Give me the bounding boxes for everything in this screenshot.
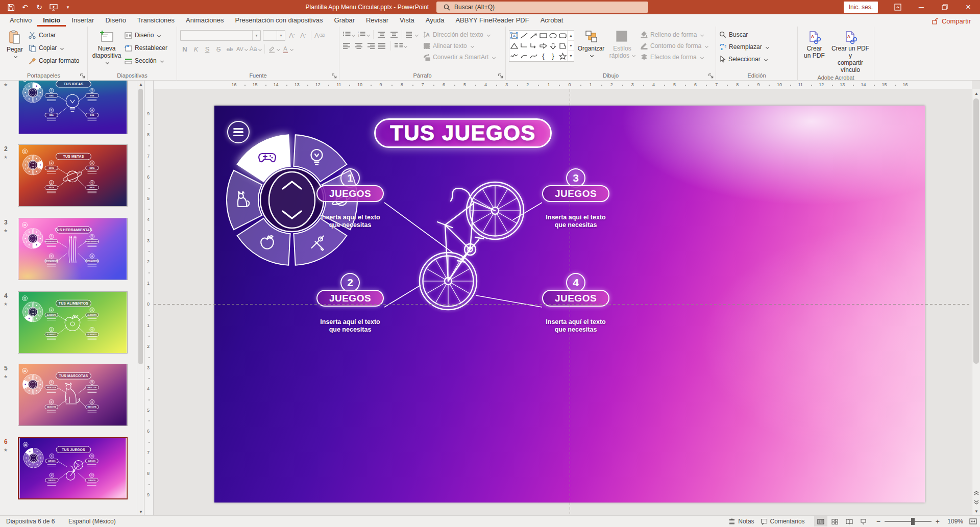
tab-presentacion-con-diapositivas[interactable]: Presentación con diapositivas: [230, 15, 329, 27]
slide-thumbnail-6[interactable]: TUS JUEGOS1JUEGOS3JUEGOS2JUEGOS4JUEGOS: [18, 437, 128, 499]
shapes-more[interactable]: ▼: [568, 51, 574, 61]
text-direction-button[interactable]: A Dirección del texto: [423, 30, 495, 40]
normal-view-icon[interactable]: [814, 516, 827, 526]
item-description[interactable]: Inserta aquí el textoque necesitas: [522, 214, 629, 229]
paste-button[interactable]: Pegar: [3, 29, 27, 71]
menu-segment[interactable]: [227, 170, 262, 230]
font-color-button[interactable]: A: [282, 44, 293, 54]
slide-thumbnail-2[interactable]: TUS METAS1META3META2META4META: [18, 144, 128, 207]
shape-star-icon[interactable]: [558, 51, 568, 61]
tab-acrobat[interactable]: Acrobat: [535, 15, 569, 27]
comments-button[interactable]: Comentarios: [761, 518, 805, 525]
convert-smartart-button[interactable]: Convertir a SmartArt: [423, 52, 495, 62]
cut-button[interactable]: Cortar: [29, 30, 79, 40]
slideshow-view-icon[interactable]: [857, 516, 870, 526]
new-slide-button[interactable]: Nuevadiapositiva: [91, 29, 122, 71]
bullets-button[interactable]: [342, 30, 355, 40]
font-dialog-launcher[interactable]: [331, 73, 337, 79]
shape-right-arrow-icon[interactable]: [538, 41, 548, 51]
shapes-scroll-up[interactable]: ▲: [568, 31, 574, 41]
shape-scribble-icon[interactable]: [509, 51, 519, 61]
restore-button[interactable]: [933, 0, 957, 14]
save-icon[interactable]: [5, 2, 16, 13]
columns-button[interactable]: [395, 41, 407, 51]
create-pdf-share-button[interactable]: A Crear un PDF ycompartir vínculo: [830, 29, 871, 73]
redo-icon[interactable]: ↻: [34, 2, 45, 13]
sign-in-button[interactable]: Inic. ses.: [844, 2, 878, 13]
undo-icon[interactable]: ↶: [19, 2, 31, 13]
slide-thumbnail-4[interactable]: TUS ALIMENTOS1ALIMENTO3ALIMENTO2ALIMENTO…: [18, 291, 128, 354]
tab-diseno[interactable]: Diseño: [100, 15, 131, 27]
align-center-button[interactable]: [354, 41, 363, 51]
zoom-level[interactable]: 109%: [946, 518, 963, 525]
reset-button[interactable]: Restablecer: [125, 43, 167, 53]
close-button[interactable]: ×: [957, 0, 980, 14]
previous-slide-icon[interactable]: [972, 489, 980, 497]
shape-line-icon[interactable]: [519, 31, 529, 41]
shape-rectangle-icon[interactable]: [538, 31, 548, 41]
slide-sorter-icon[interactable]: [828, 516, 842, 526]
tab-insertar[interactable]: Insertar: [66, 15, 100, 27]
next-slide-icon[interactable]: [972, 498, 980, 506]
scrollbar-thumb[interactable]: [973, 98, 979, 364]
editor-scrollbar[interactable]: ▲ ▼: [972, 89, 980, 515]
slide-thumbnail-5[interactable]: TUS MASCOTAS1MASCOTA3MASCOTA2MASCOTA4MAS…: [18, 364, 128, 426]
drawing-dialog-launcher[interactable]: [708, 73, 714, 79]
quick-styles-button[interactable]: Estilosrápidos: [608, 29, 636, 71]
item-description[interactable]: Inserta aquí el textoque necesitas: [297, 214, 404, 229]
shape-corner-shape-icon[interactable]: [558, 41, 568, 51]
tab-archivo[interactable]: Archivo: [4, 15, 37, 27]
copy-button[interactable]: Copiar: [29, 43, 79, 53]
tab-animaciones[interactable]: Animaciones: [180, 15, 229, 27]
zoom-in-icon[interactable]: +: [936, 517, 940, 525]
justify-button[interactable]: [378, 41, 387, 51]
shape-text-box-icon[interactable]: A: [509, 31, 519, 41]
shape-curve-icon[interactable]: [529, 51, 538, 61]
tab-ayuda[interactable]: Ayuda: [420, 15, 450, 27]
tab-transiciones[interactable]: Transiciones: [132, 15, 180, 27]
item-pill[interactable]: JUEGOS: [542, 185, 609, 202]
italic-button[interactable]: K: [191, 44, 201, 54]
scroll-down-icon[interactable]: ▼: [137, 508, 144, 515]
align-left-button[interactable]: [342, 41, 352, 51]
ribbon-display-icon[interactable]: [886, 0, 910, 14]
shapes-gallery[interactable]: A{} ▲ ▼ ▼: [509, 30, 574, 62]
shape-outline-button[interactable]: Contorno de forma: [641, 41, 708, 51]
slide-thumbnail-3[interactable]: TUS HERRAMIENTAS1HERRAMIENTA3HERRAMIENTA…: [18, 218, 128, 280]
language-indicator[interactable]: Español (México): [68, 518, 116, 525]
shape-triangle-icon[interactable]: [509, 41, 519, 51]
customize-quick-access-icon[interactable]: ▾: [62, 2, 74, 13]
hamburger-icon[interactable]: [227, 121, 250, 143]
strikethrough-button[interactable]: S: [214, 44, 223, 54]
shape-left-brace-icon[interactable]: {: [538, 51, 548, 61]
line-spacing-button[interactable]: [406, 30, 418, 40]
character-spacing-button[interactable]: AV: [236, 44, 248, 54]
shape-oval-icon[interactable]: [548, 31, 558, 41]
replace-button[interactable]: bc Reemplazar: [719, 42, 769, 52]
fit-window-icon[interactable]: [969, 518, 977, 524]
shape-right-brace-icon[interactable]: }: [548, 51, 558, 61]
paragraph-dialog-launcher[interactable]: [498, 73, 504, 79]
decrease-indent-button[interactable]: [377, 30, 386, 40]
double-strikethrough-button[interactable]: ab: [225, 44, 234, 54]
section-button[interactable]: Sección: [125, 56, 167, 66]
shape-elbow-arrow-connector-icon[interactable]: [529, 41, 538, 51]
underline-button[interactable]: S: [203, 44, 212, 54]
bicycle-icon[interactable]: [420, 182, 524, 310]
notes-button[interactable]: Notas: [728, 518, 754, 525]
grow-font-button[interactable]: Aˆ: [287, 30, 297, 40]
shape-arc-icon[interactable]: [519, 51, 529, 61]
arrange-button[interactable]: Organizar: [576, 29, 606, 71]
tab-inicio[interactable]: Inicio: [37, 15, 66, 27]
tab-grabar[interactable]: Grabar: [329, 15, 360, 27]
zoom-out-icon[interactable]: −: [876, 517, 880, 525]
tab-abbyy-finereader-pdf[interactable]: ABBYY FineReader PDF: [450, 15, 534, 27]
minimize-button[interactable]: ─: [910, 0, 933, 14]
item-description[interactable]: Inserta aquí el textoque necesitas: [522, 318, 629, 334]
reading-view-icon[interactable]: [843, 516, 856, 526]
change-case-button[interactable]: Aa: [250, 44, 261, 54]
scroll-down-icon[interactable]: ▼: [972, 507, 980, 515]
tab-revisar[interactable]: Revisar: [360, 15, 394, 27]
layout-button[interactable]: Diseño: [125, 30, 167, 40]
zoom-slider[interactable]: [885, 521, 932, 522]
